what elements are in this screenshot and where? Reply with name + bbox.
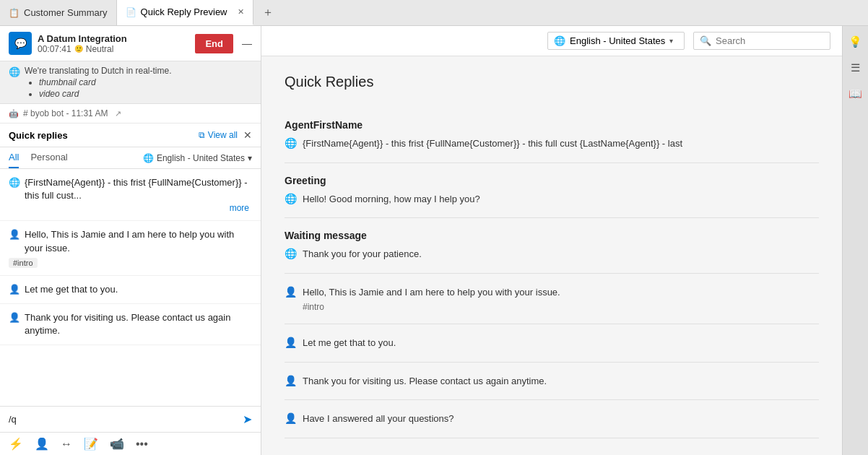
sentiment-label: Neutral — [86, 44, 114, 54]
preview-category: Waiting message — [285, 230, 819, 241]
timer-value: 00:07:41 — [38, 44, 71, 54]
translation-text: We're translating to Dutch in real-time. — [25, 66, 171, 76]
translation-notice: 🌐 We're translating to Dutch in real-tim… — [0, 61, 261, 104]
search-box: 🔍 — [693, 32, 830, 50]
preview-item-intro: 👤 Hello, This is Jamie and I am here to … — [285, 274, 819, 325]
qr-item-text: {FirstName{Agent}} - this frist {FullNam… — [25, 176, 252, 202]
chat-timer: 00:07:41 🙂 Neutral — [38, 44, 189, 54]
quick-replies-close-button[interactable]: ✕ — [243, 129, 252, 141]
customer-summary-icon: 📋 — [9, 8, 19, 18]
preview-category: Greeting — [285, 175, 819, 186]
side-icon-bar: 💡 ☰ 📖 — [842, 26, 868, 455]
tab-personal[interactable]: Personal — [30, 147, 67, 168]
preview-text: {FirstName{Agent}} - this frist {FullNam… — [303, 136, 682, 151]
more-toolbar-button[interactable]: ••• — [136, 438, 148, 451]
person-icon: 👤 — [9, 284, 20, 295]
lightbulb-icon-button[interactable]: 💡 — [847, 33, 864, 51]
globe-icon: 🌐 — [285, 137, 297, 149]
add-icon: ＋ — [262, 5, 274, 20]
preview-category: AgentFirstName — [285, 119, 819, 131]
main-layout: 💬 A Datum Integration 00:07:41 🙂 Neutral… — [0, 26, 868, 455]
dropdown-caret-icon: ▾ — [669, 37, 673, 45]
tab-close-icon[interactable]: ✕ — [238, 7, 244, 17]
quick-replies-panel: Quick replies ⧉ View all ✕ All Personal … — [0, 124, 261, 455]
right-toolbar: 🌐 English - United States ▾ 🔍 — [261, 26, 842, 56]
list-item[interactable]: 👤 Let me get that to you. — [0, 276, 261, 304]
preview-item-greeting: Greeting 🌐 Hello! Good morning, how may … — [285, 163, 819, 219]
person-icon: 👤 — [285, 375, 297, 386]
right-wrapper: 🌐 English - United States ▾ 🔍 Quick Repl… — [261, 26, 868, 455]
globe-icon: 🌐 — [9, 177, 20, 188]
end-button[interactable]: End — [195, 34, 233, 53]
video-toolbar-button[interactable]: 📹 — [110, 437, 124, 451]
quick-replies-title: Quick replies — [9, 130, 193, 141]
translate-icon: 🌐 — [9, 66, 20, 77]
right-content: Quick Replies AgentFirstName 🌐 {FirstNam… — [261, 56, 842, 455]
tab-all[interactable]: All — [9, 147, 19, 168]
qr-item-text: Thank you for visiting us. Please contac… — [25, 311, 252, 337]
send-button[interactable]: ➤ — [243, 412, 252, 426]
preview-item-answered: 👤 Have I answered all your questions? — [285, 400, 819, 438]
tab-customer-summary[interactable]: 📋 Customer Summary — [0, 0, 117, 25]
lang-label: English - United States — [157, 153, 245, 163]
person-icon: 👤 — [9, 229, 20, 240]
more-link[interactable]: more — [230, 203, 252, 213]
card-thumbnail: thumbnail card — [39, 77, 171, 87]
person-toolbar-button[interactable]: 👤 — [35, 437, 49, 451]
search-icon: 🔍 — [700, 35, 711, 46]
preview-text: Thank you for your patience. — [303, 247, 422, 261]
language-selector[interactable]: 🌐 English - United States ▾ — [143, 153, 252, 163]
left-panel: 💬 A Datum Integration 00:07:41 🙂 Neutral… — [0, 26, 261, 455]
quick-replies-header: Quick replies ⧉ View all ✕ — [0, 124, 261, 147]
person-icon: 👤 — [285, 286, 297, 298]
chat-input[interactable] — [9, 414, 237, 425]
chat-toolbar: ⚡ 👤 ↔ 📝 📹 ••• — [0, 432, 261, 455]
tab-quick-reply-preview[interactable]: 📄 Quick Reply Preview ✕ — [117, 0, 253, 25]
view-all-button[interactable]: ⧉ View all — [199, 130, 238, 140]
translation-content: We're translating to Dutch in real-time.… — [25, 66, 171, 99]
quick-replies-tabs: All Personal 🌐 English - United States ▾ — [0, 147, 261, 169]
person-icon: 👤 — [9, 312, 20, 323]
view-all-icon: ⧉ — [199, 130, 205, 140]
preview-text: Hello, This is Jamie and I am here to he… — [303, 285, 560, 300]
right-panel: 🌐 English - United States ▾ 🔍 Quick Repl… — [261, 26, 842, 455]
preview-text: Let me get that to you. — [303, 336, 396, 350]
preview-text: Have I answered all your questions? — [303, 412, 454, 426]
chat-info: A Datum Integration 00:07:41 🙂 Neutral — [38, 33, 189, 54]
lang-icon: 🌐 — [143, 153, 154, 163]
quick-reply-preview-icon: 📄 — [126, 7, 136, 17]
qr-tag: #intro — [9, 258, 38, 268]
list-item[interactable]: 🌐 {FirstName{Agent}} - this frist {FullN… — [0, 169, 261, 221]
list-item[interactable]: 👤 Thank you for visiting us. Please cont… — [0, 304, 261, 345]
card-video: video card — [39, 89, 171, 99]
preview-item-get: 👤 Let me get that to you. — [285, 324, 819, 363]
note-toolbar-button[interactable]: 📝 — [84, 437, 98, 451]
transfer-toolbar-button[interactable]: ↔ — [61, 438, 72, 451]
chat-input-area: ➤ — [0, 406, 261, 432]
sentiment-icon: 🙂 — [74, 45, 83, 53]
minimize-button[interactable]: — — [242, 38, 252, 49]
list-item[interactable]: 👤 Hello, This is Jamie and I am here to … — [0, 221, 261, 275]
quick-replies-preview-title: Quick Replies — [285, 74, 819, 90]
quick-replies-list: 🌐 {FirstName{Agent}} - this frist {FullN… — [0, 169, 261, 406]
tab-add-button[interactable]: ＋ — [253, 5, 282, 20]
translation-cards: thumbnail card video card — [25, 77, 171, 99]
tab-quick-reply-preview-label: Quick Reply Preview — [141, 6, 227, 17]
preview-item-agentfirstname: AgentFirstName 🌐 {FirstName{Agent}} - th… — [285, 108, 819, 163]
preview-tag: #intro — [303, 302, 560, 312]
quick-reply-toolbar-button[interactable]: ⚡ — [9, 437, 23, 451]
bot-icon: 🤖 — [9, 109, 19, 118]
view-all-label: View all — [208, 130, 238, 140]
language-dropdown[interactable]: 🌐 English - United States ▾ — [547, 32, 685, 50]
list-icon-button[interactable]: ☰ — [847, 59, 864, 77]
chat-avatar: 💬 — [9, 32, 32, 55]
tab-bar: 📋 Customer Summary 📄 Quick Reply Preview… — [0, 0, 868, 26]
book-icon-button[interactable]: 📖 — [847, 85, 864, 103]
qr-item-text: Let me get that to you. — [25, 283, 118, 296]
preview-item-waiting: Waiting message 🌐 Thank you for your pat… — [285, 218, 819, 274]
tab-customer-summary-label: Customer Summary — [24, 7, 108, 18]
bot-message: 🤖 # byob bot - 11:31 AM ↗ — [0, 104, 261, 124]
chat-avatar-icon: 💬 — [14, 38, 27, 49]
search-input[interactable] — [716, 35, 817, 46]
globe-icon: 🌐 — [285, 248, 297, 259]
